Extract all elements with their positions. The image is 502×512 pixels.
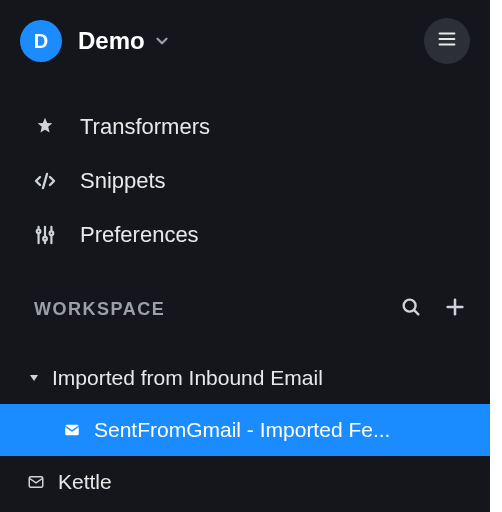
- nav-item-preferences[interactable]: Preferences: [0, 208, 490, 262]
- tree-item-label: Imported from Inbound Email: [52, 366, 323, 390]
- tree-item-sentfromgmail[interactable]: SentFromGmail - Imported Fe...: [0, 404, 490, 456]
- tree-item-label: SentFromGmail - Imported Fe...: [94, 418, 390, 442]
- hamburger-icon: [436, 28, 458, 54]
- section-title-workspace: WORKSPACE: [34, 299, 165, 320]
- search-icon: [400, 296, 422, 322]
- nav-item-transformers[interactable]: Transformers: [0, 100, 490, 154]
- svg-line-3: [43, 174, 47, 188]
- tree-item-imported[interactable]: Imported from Inbound Email: [0, 352, 490, 404]
- tree-item-label: Kettle: [58, 470, 112, 494]
- nav-item-label: Preferences: [80, 222, 199, 248]
- chevron-down-icon: [153, 32, 171, 50]
- plus-icon: [444, 296, 466, 322]
- svg-point-7: [37, 230, 41, 234]
- panel-edge: [490, 0, 502, 512]
- workspace-name: Demo: [78, 27, 145, 55]
- workspace-tree: Imported from Inbound Email SentFromGmai…: [0, 334, 490, 508]
- code-icon: [32, 169, 58, 193]
- nav-item-label: Transformers: [80, 114, 210, 140]
- menu-button[interactable]: [424, 18, 470, 64]
- svg-marker-14: [30, 375, 38, 381]
- tree-item-kettle[interactable]: Kettle: [0, 456, 490, 508]
- sliders-icon: [32, 224, 58, 246]
- svg-point-9: [50, 231, 54, 235]
- workspace-switcher[interactable]: D Demo: [20, 20, 171, 62]
- avatar-letter: D: [34, 30, 48, 53]
- star-icon: [32, 116, 58, 138]
- svg-line-11: [414, 310, 418, 314]
- search-button[interactable]: [400, 296, 422, 322]
- nav-item-label: Snippets: [80, 168, 166, 194]
- svg-point-8: [43, 237, 47, 241]
- caret-down-icon: [26, 373, 42, 383]
- add-button[interactable]: [444, 296, 466, 322]
- mail-icon: [26, 473, 46, 491]
- avatar: D: [20, 20, 62, 62]
- nav-item-snippets[interactable]: Snippets: [0, 154, 490, 208]
- mail-icon: [62, 421, 82, 439]
